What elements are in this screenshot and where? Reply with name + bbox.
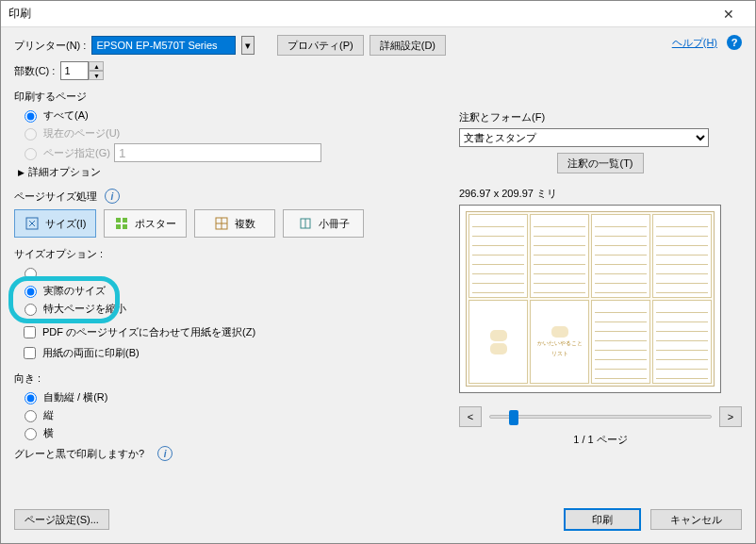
tab-size[interactable]: サイズ(I): [14, 209, 96, 238]
radio-portrait[interactable]: [25, 410, 37, 422]
multiple-icon: [214, 216, 229, 231]
annotation-list-button[interactable]: 注釈の一覧(T): [557, 153, 643, 173]
next-page-button[interactable]: >: [719, 406, 742, 427]
printer-select[interactable]: EPSON EP-M570T Series: [91, 36, 236, 55]
spin-up-icon[interactable]: ▲: [89, 61, 104, 71]
properties-button[interactable]: プロパティ(P): [277, 35, 364, 56]
check-duplex-label: 用紙の両面に印刷(B): [42, 346, 140, 360]
annotation-heading: 注釈とフォーム(F): [459, 110, 742, 124]
radio-all-label: すべて(A): [43, 108, 89, 123]
radio-shrink[interactable]: [25, 304, 37, 316]
radio-current-page: [25, 128, 37, 140]
radio-landscape[interactable]: [25, 428, 37, 440]
tab-poster[interactable]: ポスター: [104, 209, 187, 238]
help-link[interactable]: ヘルプ(H): [672, 36, 717, 50]
preview-panel: [468, 214, 528, 298]
zoom-slider[interactable]: [489, 415, 712, 419]
svg-rect-2: [123, 218, 127, 223]
poster-icon: [114, 216, 129, 231]
slider-thumb[interactable]: [509, 410, 518, 425]
print-preview: かいたいやることリスト: [459, 205, 721, 393]
preview-panel: かいたいやることリスト: [530, 300, 589, 384]
printer-label: プリンター(N) :: [14, 39, 86, 53]
radio-auto-label: 自動縦 / 横(R): [43, 390, 107, 404]
copies-input[interactable]: [60, 61, 89, 80]
radio-auto-orient[interactable]: [25, 392, 37, 404]
tab-booklet[interactable]: 小冊子: [283, 209, 364, 238]
preview-dimensions: 296.97 x 209.97 ミリ: [459, 187, 742, 201]
dialog-footer: ページ設定(S)... 印刷 キャンセル: [1, 505, 755, 543]
radio-actual-label: 実際のサイズ: [43, 284, 106, 298]
check-duplex[interactable]: [24, 347, 36, 359]
preview-panel: [468, 300, 528, 384]
check-choose-paper[interactable]: [24, 326, 36, 338]
radio-specify-pages: [25, 148, 37, 160]
printer-value: EPSON EP-M570T Series: [96, 40, 231, 51]
svg-rect-1: [116, 218, 121, 223]
spin-down-icon[interactable]: ▼: [89, 71, 104, 80]
tab-booklet-label: 小冊子: [319, 217, 350, 231]
window-title: 印刷: [8, 6, 710, 22]
preview-panel: [591, 300, 650, 384]
check-choose-paper-label: PDF のページサイズに合わせて用紙を選択(Z): [42, 325, 255, 339]
preview-panel: [652, 300, 712, 384]
tab-size-label: サイズ(I): [45, 217, 86, 231]
print-button[interactable]: 印刷: [564, 508, 641, 531]
radio-specify-label: ページ指定(G): [43, 146, 110, 160]
svg-rect-4: [123, 224, 127, 229]
advanced-settings-button[interactable]: 詳細設定(D): [370, 35, 446, 56]
info-icon[interactable]: i: [105, 189, 120, 204]
help-icon[interactable]: ?: [727, 35, 742, 50]
radio-actual-size[interactable]: [25, 286, 37, 298]
radio-portrait-label: 縦: [43, 408, 54, 422]
radio-current-label: 現在のページ(U): [43, 126, 120, 140]
print-dialog: 印刷 ✕ プリンター(N) : EPSON EP-M570T Series ▾ …: [0, 0, 756, 544]
more-options-label[interactable]: 詳細オプション: [28, 165, 101, 179]
preview-panel: [591, 214, 650, 298]
radio-shrink-label: 特大ページを縮小: [43, 302, 126, 316]
size-handling-heading: ページサイズ処理: [14, 190, 97, 204]
tab-multiple[interactable]: 複数: [194, 209, 275, 238]
cancel-button[interactable]: キャンセル: [650, 509, 742, 530]
page-indicator: 1 / 1 ページ: [459, 433, 742, 447]
svg-rect-3: [116, 224, 121, 229]
size-icon: [25, 216, 40, 231]
copies-stepper[interactable]: ▲ ▼: [60, 61, 104, 80]
grayscale-label: グレーと黒で印刷しますか?: [14, 447, 144, 461]
tab-poster-label: ポスター: [135, 217, 176, 231]
orientation-heading: 向き :: [14, 371, 446, 386]
chevron-down-icon[interactable]: ▾: [241, 36, 255, 55]
preview-panel: [530, 214, 589, 298]
page-specify-input[interactable]: [114, 143, 321, 162]
preview-panel: [652, 214, 712, 298]
annotation-forms-select[interactable]: 文書とスタンプ: [459, 128, 709, 147]
info-icon[interactable]: i: [157, 446, 173, 461]
titlebar: 印刷 ✕: [1, 1, 755, 27]
left-pane: プリンター(N) : EPSON EP-M570T Series ▾ プロパティ…: [14, 35, 446, 467]
radio-all-pages[interactable]: [25, 110, 37, 123]
prev-page-button[interactable]: <: [459, 406, 482, 427]
radio-landscape-label: 横: [43, 426, 54, 440]
tab-multiple-label: 複数: [235, 217, 255, 231]
right-pane: ヘルプ(H) ? 注釈とフォーム(F) 文書とスタンプ 注釈の一覧(T) 296…: [459, 35, 742, 467]
booklet-icon: [298, 216, 313, 231]
radio-fit[interactable]: [25, 268, 37, 280]
page-range-heading: 印刷するページ: [14, 90, 446, 104]
copies-label: 部数(C) :: [14, 64, 55, 78]
page-setup-button[interactable]: ページ設定(S)...: [14, 509, 109, 530]
expand-icon[interactable]: ▶: [18, 168, 25, 177]
close-button[interactable]: ✕: [710, 2, 748, 26]
size-options-heading: サイズオプション :: [14, 247, 446, 261]
